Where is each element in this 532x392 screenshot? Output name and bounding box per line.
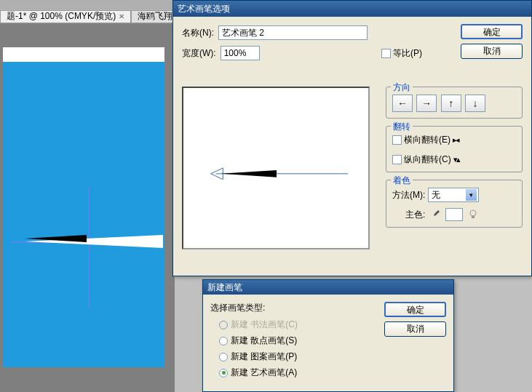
flip-vertical-icon: ▾▴ <box>453 155 467 164</box>
flip-legend: 翻转 <box>391 121 413 133</box>
cancel-button[interactable]: 取消 <box>384 321 446 337</box>
method-value: 无 <box>432 189 440 201</box>
canvas-tab[interactable]: 题-1* @ 100% (CMYK/预览) ✕ <box>0 10 131 23</box>
radio-label: 新建 艺术画笔(A) <box>231 367 297 379</box>
chevron-down-icon: ▾ <box>466 189 477 201</box>
radio-icon <box>219 337 228 345</box>
direction-fieldset: 方向 ← → ↑ ↓ <box>386 87 523 119</box>
flip-horizontal-checkbox[interactable]: 横向翻转(E) ▸◂ <box>392 134 516 146</box>
radio-icon <box>219 369 228 377</box>
tab-label: 题-1* @ 100% (CMYK/预览) <box>7 10 116 23</box>
ok-button[interactable]: 确定 <box>461 24 523 39</box>
radio-label: 新建 散点画笔(S) <box>231 335 297 347</box>
flip-vertical-label: 纵向翻转(C) <box>404 153 451 166</box>
colorize-fieldset: 着色 方法(M): 无 ▾ 主色: <box>386 180 523 228</box>
dialog-titlebar[interactable]: 新建画笔 <box>203 280 453 295</box>
keycolor-label: 主色: <box>405 209 425 221</box>
flip-vertical-checkbox[interactable]: 纵向翻转(C) ▾▴ <box>392 153 516 166</box>
radio-pattern[interactable]: 新建 图案画笔(P) <box>219 351 446 363</box>
radio-art[interactable]: 新建 艺术画笔(A) <box>219 367 446 379</box>
width-label: 宽度(W): <box>182 47 216 60</box>
new-brush-dialog: 新建画笔 确定 取消 选择画笔类型: 新建 书法画笔(C) 新建 散点画笔(S)… <box>202 279 454 392</box>
checkbox-icon <box>392 155 402 164</box>
width-input[interactable] <box>221 46 260 60</box>
dialog-title: 艺术画笔选项 <box>178 3 230 15</box>
method-select[interactable]: 无 ▾ <box>428 188 479 202</box>
flip-horizontal-icon: ▸◂ <box>453 135 466 145</box>
svg-point-3 <box>470 210 476 216</box>
art-brush-options-dialog: 艺术画笔选项 确定 取消 名称(N): 宽度(W): 等比(P) <box>172 0 532 276</box>
direction-right-button[interactable]: → <box>416 95 437 112</box>
flip-horizontal-label: 横向翻转(E) <box>404 134 450 146</box>
svg-rect-4 <box>472 216 475 218</box>
direction-legend: 方向 <box>391 81 413 94</box>
name-input[interactable] <box>218 25 368 40</box>
direction-left-button[interactable]: ← <box>392 95 413 112</box>
eyedropper-icon[interactable] <box>429 209 441 220</box>
colorize-legend: 着色 <box>391 175 413 187</box>
direction-up-button[interactable]: ↑ <box>441 95 461 112</box>
radio-label: 新建 图案画笔(P) <box>231 351 297 363</box>
cancel-button[interactable]: 取消 <box>461 44 523 59</box>
brush-preview <box>182 87 370 249</box>
guide-vertical <box>89 185 90 309</box>
checkbox-icon <box>392 135 402 145</box>
name-label: 名称(N): <box>182 27 214 39</box>
keycolor-swatch[interactable] <box>445 208 463 221</box>
ok-button[interactable]: 确定 <box>384 302 446 317</box>
svg-marker-2 <box>221 170 277 177</box>
dialog-title: 新建画笔 <box>207 281 242 294</box>
flip-fieldset: 翻转 横向翻转(E) ▸◂ 纵向翻转(C) ▾▴ <box>386 126 523 172</box>
proportional-checkbox[interactable]: 等比(P) <box>381 47 422 60</box>
tips-icon[interactable] <box>467 209 479 220</box>
radio-label: 新建 书法画笔(C) <box>231 319 298 331</box>
checkbox-icon <box>381 49 391 58</box>
radio-icon <box>219 353 228 361</box>
proportional-label: 等比(P) <box>393 47 422 60</box>
canvas-workspace <box>0 24 175 392</box>
radio-icon <box>219 321 228 329</box>
close-icon[interactable]: ✕ <box>119 12 124 20</box>
dialog-titlebar[interactable]: 艺术画笔选项 <box>173 1 531 17</box>
artboard[interactable] <box>3 47 164 367</box>
method-label: 方法(M): <box>392 189 425 201</box>
brush-shape-white <box>25 235 163 248</box>
direction-down-button[interactable]: ↓ <box>465 95 485 112</box>
